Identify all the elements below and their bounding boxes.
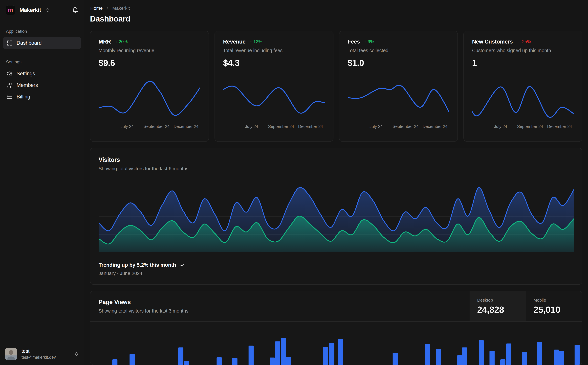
toggle-value: 24,828 (477, 304, 519, 315)
arrow-up-icon: ↑ (250, 39, 252, 44)
visitors-subtitle: Showing total visitors for the last 6 mo… (99, 166, 574, 171)
visitors-title: Visitors (99, 156, 574, 163)
axis-tick: September 24 (144, 124, 170, 129)
axis-tick: December 24 (174, 124, 199, 129)
stat-card-new-customers: New Customers ↓-25% Customers who signed… (463, 31, 582, 142)
arrow-down-icon: ↓ (517, 39, 519, 44)
stat-card-mrr: MRR ↑20% Monthly recurring revenue $9.6 … (90, 31, 209, 142)
chevron-right-icon (105, 6, 110, 10)
nav-section-application: Application (3, 29, 81, 34)
stat-title: Fees (348, 39, 360, 45)
sidebar-item-billing[interactable]: Billing (3, 91, 81, 103)
axis-tick: July 24 (245, 124, 258, 129)
stat-subtitle: Monthly recurring revenue (99, 48, 200, 53)
stat-value: 1 (472, 58, 574, 68)
sidebar-nav: Application Dashboard Settings Settings … (0, 18, 84, 103)
toggle-label: Mobile (533, 298, 575, 303)
breadcrumb: Home Makerkit (90, 6, 582, 11)
toggle-desktop[interactable]: Desktop 24,828 (470, 291, 526, 321)
arrow-up-icon: ↑ (115, 39, 118, 44)
sparkline-chart: July 24 September 24 December 24 (99, 73, 200, 135)
sidebar-item-label: Dashboard (17, 40, 42, 46)
visitors-area-chart (99, 180, 574, 252)
toggle-value: 25,010 (533, 304, 575, 315)
makerkit-logo-icon: m (6, 5, 15, 15)
stat-card-fees: Fees ↑9% Total fees collected $1.0 July … (339, 31, 458, 142)
axis-tick: September 24 (268, 124, 294, 129)
page-views-title: Page Views (99, 299, 461, 306)
sidebar-item-members[interactable]: Members (3, 79, 81, 91)
stat-card-revenue: Revenue ↑12% Total revenue including fee… (214, 31, 333, 142)
page-views-card: Page Views Showing total visitors for th… (90, 291, 582, 365)
sidebar-item-label: Billing (17, 94, 30, 100)
axis-tick: December 24 (547, 124, 572, 129)
visitors-date-range: January - June 2024 (99, 271, 574, 276)
stat-value: $9.6 (99, 58, 200, 68)
trend-badge: ↑9% (364, 39, 374, 44)
sidebar-item-dashboard[interactable]: Dashboard (3, 37, 81, 49)
toggle-mobile[interactable]: Mobile 25,010 (526, 291, 582, 321)
layout-dashboard-icon (7, 40, 13, 46)
axis-tick: July 24 (121, 124, 134, 129)
sidebar: m Makerkit Application Dashboard Setting… (0, 0, 84, 365)
nav-section-settings: Settings (3, 59, 81, 64)
axis-tick: July 24 (494, 124, 507, 129)
users-icon (7, 82, 13, 88)
stat-subtitle: Customers who signed up this month (472, 48, 574, 53)
axis-tick: September 24 (393, 124, 418, 129)
gear-icon (7, 71, 13, 77)
user-menu[interactable]: test test@makerkit.dev (0, 343, 84, 365)
page-title: Dashboard (90, 14, 582, 23)
stat-value: $1.0 (348, 58, 450, 68)
trend-badge: ↑12% (250, 39, 262, 44)
page-views-bar-chart (90, 322, 582, 365)
brand-name[interactable]: Makerkit (20, 7, 41, 13)
axis-tick: September 24 (517, 124, 543, 129)
toggle-label: Desktop (477, 298, 519, 303)
visitors-footer-text: Trending up by 5.2% this month (99, 262, 176, 268)
sidebar-item-label: Settings (17, 71, 35, 77)
sparkline-chart: July 24 September 24 December 24 (223, 73, 325, 135)
stat-title: Revenue (223, 39, 245, 45)
visitors-card: Visitors Showing total visitors for the … (90, 148, 582, 285)
arrow-up-icon: ↑ (364, 39, 367, 44)
user-name: test (21, 348, 70, 354)
sidebar-item-settings[interactable]: Settings (3, 68, 81, 79)
trending-up-icon (179, 262, 184, 268)
main-content: Home Makerkit Dashboard MRR ↑20% Monthly… (84, 0, 588, 365)
sparkline-chart: July 24 September 24 December 24 (348, 73, 450, 135)
sidebar-header: m Makerkit (0, 0, 84, 18)
stat-cards-row: MRR ↑20% Monthly recurring revenue $9.6 … (90, 31, 582, 142)
avatar (5, 348, 17, 360)
chevrons-up-down-icon[interactable] (45, 8, 50, 13)
bell-icon (72, 7, 78, 13)
chevrons-up-down-icon (74, 351, 79, 356)
stat-title: New Customers (472, 39, 513, 45)
trend-badge: ↓-25% (517, 39, 531, 44)
stat-subtitle: Total fees collected (348, 48, 450, 53)
sparkline-chart: July 24 September 24 December 24 (472, 73, 574, 135)
user-email: test@makerkit.dev (21, 355, 70, 360)
breadcrumb-home-link[interactable]: Home (90, 6, 103, 11)
axis-tick: December 24 (422, 124, 447, 129)
page-views-subtitle: Showing total visitors for the last 3 mo… (99, 308, 461, 314)
trend-badge: ↑20% (115, 39, 128, 44)
stat-title: MRR (99, 39, 111, 45)
sidebar-item-label: Members (17, 82, 38, 88)
stat-subtitle: Total revenue including fees (223, 48, 325, 53)
axis-tick: July 24 (369, 124, 383, 129)
axis-tick: December 24 (298, 124, 323, 129)
breadcrumb-current: Makerkit (112, 6, 130, 11)
notifications-button[interactable] (72, 7, 78, 13)
stat-value: $4.3 (223, 58, 325, 68)
credit-card-icon (7, 94, 13, 100)
